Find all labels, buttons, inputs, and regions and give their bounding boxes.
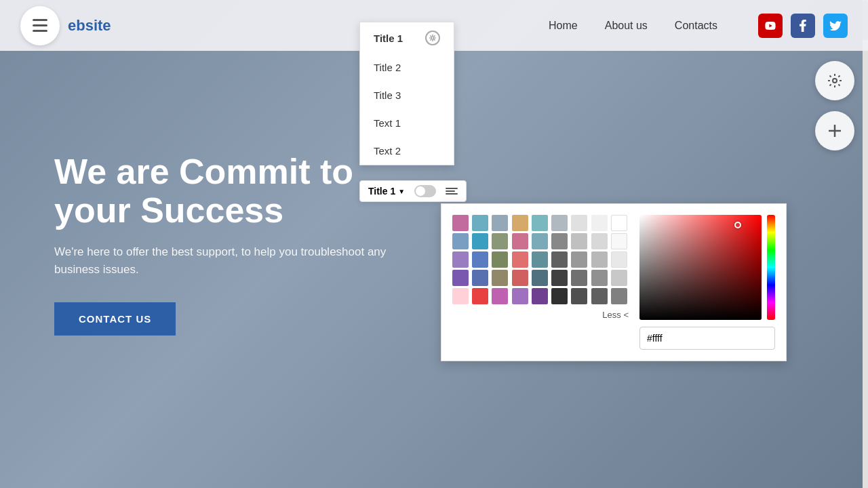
color-swatch[interactable] <box>551 215 568 231</box>
main-nav: Home About us Contacts <box>549 14 848 38</box>
dropdown-title2[interactable]: Title 2 <box>360 54 454 81</box>
gradient-picker <box>639 215 775 350</box>
chevron-down-icon: ▼ <box>398 188 405 195</box>
color-swatch[interactable] <box>492 288 508 304</box>
color-swatch[interactable] <box>571 270 587 286</box>
color-swatch[interactable] <box>551 288 568 304</box>
hero-subtitle: We're here to offer the best support, to… <box>54 243 434 278</box>
youtube-icon[interactable] <box>758 14 783 38</box>
color-swatch[interactable] <box>551 270 568 286</box>
color-swatch[interactable] <box>611 233 627 249</box>
color-swatch[interactable] <box>571 288 587 304</box>
gradient-cursor <box>734 222 741 228</box>
svg-point-0 <box>833 79 837 83</box>
color-swatch[interactable] <box>571 215 587 231</box>
settings-button[interactable] <box>815 61 854 100</box>
hex-color-input[interactable] <box>639 327 775 350</box>
color-swatch[interactable] <box>571 233 587 249</box>
hamburger-line <box>33 30 47 32</box>
title-selector[interactable]: Title 1 ▼ <box>368 186 405 197</box>
color-swatch[interactable] <box>611 288 627 304</box>
scrollbar[interactable] <box>863 0 868 488</box>
color-swatch[interactable] <box>472 251 488 268</box>
color-swatch[interactable] <box>452 215 469 231</box>
color-swatch[interactable] <box>532 288 548 304</box>
color-swatches-grid <box>452 215 629 304</box>
dropdown-text1[interactable]: Text 1 <box>360 109 454 137</box>
formatting-toolbar: Title 1 ▼ <box>359 180 467 202</box>
color-swatch[interactable] <box>492 270 508 286</box>
color-swatch[interactable] <box>551 251 568 268</box>
contact-us-button[interactable]: CONTACT US <box>54 302 176 336</box>
svg-point-3 <box>431 37 434 39</box>
gradient-box[interactable] <box>639 215 762 320</box>
color-picker-panel: Less < <box>441 203 787 361</box>
color-swatch[interactable] <box>591 233 608 249</box>
color-swatch[interactable] <box>611 251 627 268</box>
hamburger-button[interactable] <box>20 6 60 45</box>
color-swatch[interactable] <box>452 251 469 268</box>
color-swatch[interactable] <box>472 270 488 286</box>
color-swatch[interactable] <box>591 215 608 231</box>
color-swatch[interactable] <box>591 270 608 286</box>
color-swatch[interactable] <box>591 251 608 268</box>
dropdown-text2[interactable]: Text 2 <box>360 137 454 165</box>
color-swatch[interactable] <box>532 251 548 268</box>
swatch-area: Less < <box>452 215 629 350</box>
color-swatch[interactable] <box>452 288 469 304</box>
color-swatch[interactable] <box>472 288 488 304</box>
style-dropdown: Title 1 Title 2 Title 3 Text 1 Text 2 <box>359 22 454 165</box>
color-swatch[interactable] <box>532 233 548 249</box>
social-icons <box>758 14 848 38</box>
color-swatch[interactable] <box>571 251 587 268</box>
color-swatch[interactable] <box>611 215 627 231</box>
color-swatch[interactable] <box>472 215 488 231</box>
dropdown-title1[interactable]: Title 1 <box>360 22 454 54</box>
color-swatch[interactable] <box>512 288 528 304</box>
color-swatch[interactable] <box>512 251 528 268</box>
color-swatch[interactable] <box>532 215 548 231</box>
color-swatch[interactable] <box>532 270 548 286</box>
color-swatch[interactable] <box>492 215 508 231</box>
color-swatch[interactable] <box>611 270 627 286</box>
side-buttons <box>815 61 854 150</box>
nav-about[interactable]: About us <box>605 20 648 32</box>
color-swatch[interactable] <box>492 233 508 249</box>
color-swatch[interactable] <box>551 233 568 249</box>
hamburger-line <box>33 24 47 26</box>
add-button[interactable] <box>815 111 854 150</box>
color-swatch[interactable] <box>512 215 528 231</box>
title1-gear-icon[interactable] <box>425 30 440 45</box>
color-swatch[interactable] <box>452 270 469 286</box>
color-swatch[interactable] <box>472 233 488 249</box>
color-swatch[interactable] <box>452 233 469 249</box>
facebook-icon[interactable] <box>791 14 815 38</box>
twitter-icon[interactable] <box>823 14 848 38</box>
nav-contacts[interactable]: Contacts <box>675 20 717 32</box>
site-logo: ebsite <box>68 17 549 35</box>
color-swatch[interactable] <box>492 251 508 268</box>
less-button[interactable]: Less < <box>452 310 629 320</box>
color-swatch[interactable] <box>512 233 528 249</box>
color-swatch[interactable] <box>591 288 608 304</box>
color-swatch[interactable] <box>512 270 528 286</box>
hue-slider[interactable] <box>767 215 775 320</box>
nav-home[interactable]: Home <box>549 20 578 32</box>
align-icon[interactable] <box>446 188 458 195</box>
toggle-switch[interactable] <box>414 185 436 197</box>
hamburger-line <box>33 19 47 21</box>
dropdown-title3[interactable]: Title 3 <box>360 81 454 109</box>
